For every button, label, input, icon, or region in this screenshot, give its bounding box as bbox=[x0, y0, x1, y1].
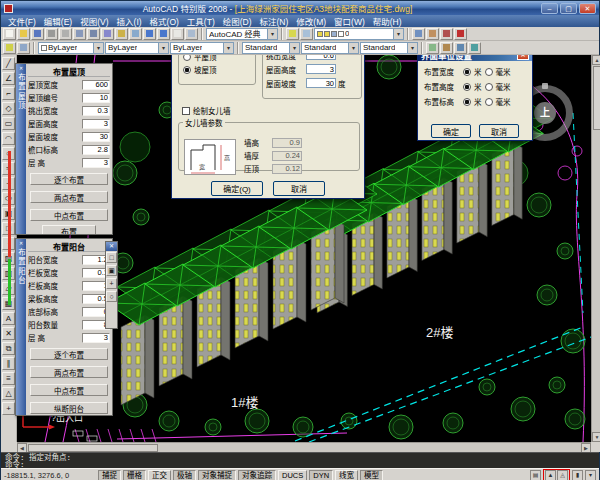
minimize-button[interactable]: – bbox=[541, 3, 558, 14]
chevron-down-icon[interactable]: ▾ bbox=[223, 43, 233, 53]
polygon-icon[interactable]: ◇ bbox=[2, 102, 15, 115]
orbit-icon[interactable] bbox=[468, 42, 481, 54]
redo-icon[interactable] bbox=[157, 28, 170, 40]
chevron-down-icon[interactable]: ▾ bbox=[93, 43, 103, 53]
menu-item[interactable]: 修改(M) bbox=[293, 15, 329, 27]
cancel-button[interactable]: 取消 bbox=[479, 124, 519, 138]
workspace-control[interactable]: AutoCAD 经典▾ bbox=[206, 28, 278, 40]
menu-item[interactable]: 绘图(D) bbox=[220, 15, 255, 27]
cancel-button[interactable]: 取消 bbox=[273, 181, 325, 196]
table-style-control[interactable]: Standard▾ bbox=[360, 42, 418, 54]
zoom-window-icon[interactable]: □ bbox=[106, 252, 117, 263]
move-icon[interactable]: + bbox=[2, 402, 15, 415]
zoom-extents-icon[interactable]: ▣ bbox=[106, 265, 117, 276]
arc-icon[interactable]: ◠ bbox=[2, 132, 15, 145]
roof-panel-input-5[interactable] bbox=[82, 145, 110, 155]
layer-previous-icon[interactable] bbox=[17, 42, 30, 54]
balcony-panel-title-strip[interactable]: ✕ 布置阳台 bbox=[16, 239, 26, 415]
match-properties-icon[interactable] bbox=[129, 28, 142, 40]
ok-button[interactable]: 确定 bbox=[431, 124, 471, 138]
paste-icon[interactable] bbox=[115, 28, 128, 40]
roof-size-input-2[interactable] bbox=[306, 78, 336, 88]
toggle-对象捕捉[interactable]: 对象捕捉 bbox=[198, 470, 236, 480]
copy-object-icon[interactable]: ⧉ bbox=[2, 342, 15, 355]
parapet-checkbox[interactable] bbox=[182, 107, 190, 115]
designcenter-icon[interactable] bbox=[426, 28, 439, 40]
radio-icon[interactable] bbox=[463, 83, 471, 91]
save-icon[interactable] bbox=[31, 28, 44, 40]
vertical-scroll-thumb[interactable] bbox=[593, 66, 600, 130]
radio-icon[interactable] bbox=[463, 98, 471, 106]
annotation-visibility-icon[interactable]: ◬ bbox=[557, 470, 568, 480]
toggle-正交[interactable]: 正交 bbox=[148, 470, 171, 480]
roof-panel-title-strip[interactable]: ✕ 布置屋顶 bbox=[16, 64, 26, 234]
command-line[interactable]: 命令: 指定对角点:命令: bbox=[1, 452, 599, 468]
erase-icon[interactable]: ✕ bbox=[2, 327, 15, 340]
menu-item[interactable]: 格式(O) bbox=[147, 15, 182, 27]
roof-panel-input-2[interactable] bbox=[82, 106, 110, 116]
polyline-icon[interactable]: ⌐ bbox=[2, 87, 15, 100]
parapet-input-0[interactable] bbox=[272, 138, 302, 148]
radio-icon[interactable] bbox=[485, 68, 493, 76]
status-menu-arrow-icon[interactable]: ▾ bbox=[585, 470, 596, 480]
balcony-panel-mode-button[interactable]: 两点布置 bbox=[30, 366, 108, 378]
pan-icon[interactable] bbox=[171, 28, 184, 40]
menu-item[interactable]: 插入(I) bbox=[114, 15, 145, 27]
toggle-DYN[interactable]: DYN bbox=[309, 470, 333, 480]
annotation-scale-icon[interactable]: ▲ bbox=[545, 470, 556, 480]
roof-panel-input-1[interactable] bbox=[82, 93, 110, 103]
chevron-down-icon[interactable]: ▾ bbox=[289, 43, 299, 53]
toggle-线宽[interactable]: 线宽 bbox=[335, 470, 358, 480]
menu-item[interactable]: 帮助(H) bbox=[370, 15, 405, 27]
orbit-icon[interactable]: ○ bbox=[106, 291, 117, 302]
chevron-down-icon[interactable]: ▾ bbox=[407, 43, 417, 53]
roof-panel-mode-button[interactable]: 逐个布置 bbox=[30, 173, 108, 185]
layer-properties-icon[interactable] bbox=[286, 28, 299, 40]
balcony-panel-mode-button[interactable]: 逐个布置 bbox=[30, 348, 108, 360]
radio-icon[interactable] bbox=[463, 68, 471, 76]
toggle-栅格[interactable]: 栅格 bbox=[123, 470, 146, 480]
roof-panel-input-4[interactable] bbox=[82, 132, 110, 142]
array-icon[interactable]: △ bbox=[2, 387, 15, 400]
mirror-icon[interactable]: ∥ bbox=[2, 357, 15, 370]
toggle-模型[interactable]: 模型 bbox=[360, 470, 383, 480]
roof-panel-mode-button[interactable]: 中点布置 bbox=[30, 209, 108, 221]
offset-icon[interactable]: ≡ bbox=[2, 372, 15, 385]
toggle-DUCS[interactable]: DUCS bbox=[278, 470, 307, 480]
roof-panel-input-6[interactable] bbox=[82, 158, 110, 168]
chevron-down-icon[interactable]: ▾ bbox=[393, 29, 403, 39]
chevron-down-icon[interactable]: ▾ bbox=[267, 29, 277, 39]
pan-icon[interactable]: + bbox=[106, 278, 117, 289]
maximize-button[interactable]: ▢ bbox=[560, 3, 577, 14]
menu-item[interactable]: 标注(N) bbox=[257, 15, 292, 27]
render-icon[interactable] bbox=[440, 42, 453, 54]
xline-icon[interactable]: ∠ bbox=[2, 72, 15, 85]
chevron-down-icon[interactable]: ▾ bbox=[158, 43, 168, 53]
layer-control[interactable]: 0▾ bbox=[314, 28, 404, 40]
parapet-input-1[interactable] bbox=[272, 151, 302, 161]
balcony-panel-mode-button[interactable]: 纵断阳台 bbox=[30, 402, 108, 414]
lineweight-control[interactable]: ByLayer▾ bbox=[170, 42, 234, 54]
line-icon[interactable]: ╱ bbox=[2, 57, 15, 70]
linetype-control[interactable]: ByLayer▾ bbox=[105, 42, 169, 54]
horizontal-scroll-thumb[interactable] bbox=[28, 444, 158, 452]
roof-panel-input-0[interactable] bbox=[82, 80, 110, 90]
toggle-对象追踪[interactable]: 对象追踪 bbox=[238, 470, 276, 480]
rectangle-icon[interactable]: ▭ bbox=[2, 117, 15, 130]
ok-button[interactable]: 确定(Q) bbox=[211, 181, 263, 196]
menu-item[interactable]: 编辑(E) bbox=[41, 15, 75, 27]
menu-item[interactable]: 窗口(W) bbox=[331, 15, 368, 27]
close-icon[interactable]: ✕ bbox=[106, 242, 117, 251]
zoom-realtime-icon[interactable] bbox=[185, 28, 198, 40]
make-object-layer-icon[interactable] bbox=[3, 42, 16, 54]
undo-icon[interactable] bbox=[143, 28, 156, 40]
title-bar[interactable]: AutoCAD 特别版 2008 - [上海绿洲家园住宅区A3地块配套商品住宅.… bbox=[1, 1, 599, 15]
text-style-control[interactable]: Standard▾ bbox=[242, 42, 300, 54]
menu-item[interactable]: 文件(F) bbox=[5, 15, 39, 27]
mtext-icon[interactable]: A bbox=[2, 312, 15, 325]
properties-icon[interactable] bbox=[412, 28, 425, 40]
menu-item[interactable]: 工具(T) bbox=[184, 15, 218, 27]
visual-style-icon[interactable] bbox=[454, 42, 467, 54]
menu-item[interactable]: 视图(V) bbox=[77, 15, 111, 27]
compass-top-label[interactable]: 上 bbox=[534, 102, 556, 124]
